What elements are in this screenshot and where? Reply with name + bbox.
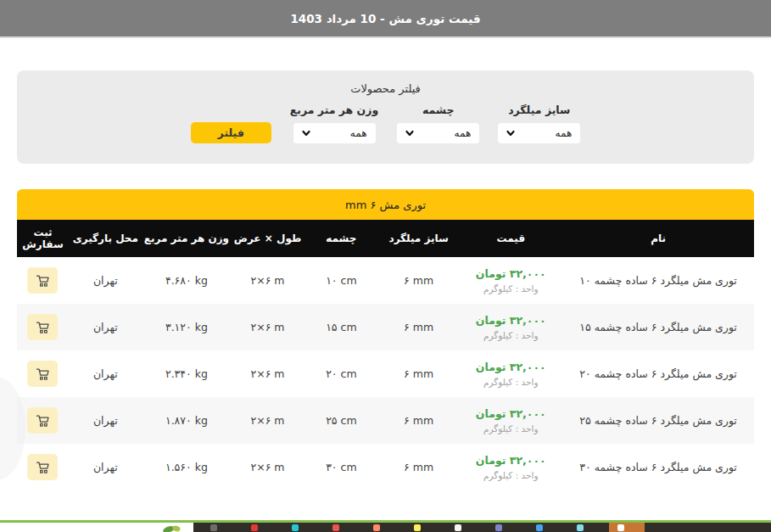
footer-app-icon	[210, 524, 217, 531]
footer-strip	[0, 520, 771, 532]
filter-button[interactable]: فیلتر	[191, 122, 271, 143]
filter-panel-title: فیلتر محصولات	[17, 82, 754, 95]
page: قیمت توری مش - 10 مرداد 1403 فیلتر محصول…	[0, 0, 771, 532]
mesh-selected-value: همه	[455, 127, 472, 139]
table-row: توری مش میلگرد ۶ ساده چشمه ۱۵ ۳۲,۰۰۰ توم…	[17, 304, 754, 350]
footer-app-icon	[455, 524, 461, 531]
shopping-cart-icon	[36, 274, 50, 288]
weight-value: ۴.۶۸۰ kg	[165, 274, 208, 287]
product-name: توری مش میلگرد ۶ ساده چشمه ۱۰	[579, 274, 737, 287]
location-value: تهران	[93, 367, 118, 380]
col-header-name: نام	[562, 232, 754, 244]
filter-field-mesh: چشمه همه	[397, 104, 479, 143]
shopping-cart-icon	[36, 321, 50, 334]
shopping-cart-icon	[36, 367, 50, 381]
weight-select[interactable]: همه	[293, 123, 376, 143]
rebar-size-value: ۶ mm	[404, 274, 433, 287]
mesh-label: چشمه	[422, 104, 455, 116]
table-row: توری مش میلگرد ۶ ساده چشمه ۲۵ ۳۲,۰۰۰ توم…	[17, 397, 754, 444]
product-price: ۳۲,۰۰۰ تومان	[476, 361, 546, 373]
footer-app-icon	[414, 524, 421, 531]
mesh-select[interactable]: همه	[397, 123, 479, 143]
col-header-dims: طول × عرض	[231, 232, 304, 244]
filter-field-weight: وزن هر متر مربع همه	[290, 104, 379, 143]
table-body: توری مش میلگرد ۶ ساده چشمه ۱۰ ۳۲,۰۰۰ توم…	[17, 257, 754, 490]
product-name: توری مش میلگرد ۶ ساده چشمه ۲۰	[579, 367, 737, 380]
mesh-size-value: ۱۵ cm	[326, 321, 356, 333]
rebar-size-value: ۶ mm	[404, 414, 433, 427]
location-value: تهران	[93, 461, 118, 473]
col-header-location: محل بارگیری	[69, 232, 142, 244]
footer-app-icon	[536, 524, 543, 531]
footer-app-icon	[332, 524, 339, 531]
weight-selected-value: همه	[350, 127, 367, 139]
shopping-cart-icon	[36, 414, 50, 428]
add-to-cart-button[interactable]	[27, 314, 58, 340]
location-value: تهران	[93, 414, 118, 427]
rebar-size-value: ۶ mm	[404, 461, 433, 473]
product-name: توری مش میلگرد ۶ ساده چشمه ۱۵	[579, 321, 737, 333]
table-row: توری مش میلگرد ۶ ساده چشمه ۲۰ ۳۲,۰۰۰ توم…	[17, 350, 754, 397]
mesh-size-value: ۱۰ cm	[326, 274, 356, 287]
rebar-size-selected-value: همه	[556, 127, 573, 139]
product-price: ۳۲,۰۰۰ تومان	[476, 407, 546, 420]
shopping-cart-icon	[36, 461, 50, 474]
product-price: ۳۲,۰۰۰ تومان	[476, 267, 546, 280]
page-title-bar: قیمت توری مش - 10 مرداد 1403	[0, 0, 771, 38]
rebar-size-value: ۶ mm	[404, 321, 433, 333]
table-row: توری مش میلگرد ۶ ساده چشمه ۱۰ ۳۲,۰۰۰ توم…	[17, 257, 754, 304]
weight-value: ۱.۵۶۰ kg	[165, 461, 208, 473]
add-to-cart-button[interactable]	[27, 407, 58, 434]
dimensions-value: ۲×۶ m	[250, 414, 284, 427]
footer-app-icon	[617, 524, 624, 531]
rebar-size-select[interactable]: همه	[498, 123, 580, 143]
weight-value: ۲.۳۴۰ kg	[165, 367, 208, 380]
product-name: توری مش میلگرد ۶ ساده چشمه ۲۵	[579, 414, 737, 427]
chevron-down-icon	[506, 129, 515, 137]
product-name: توری مش میلگرد ۶ ساده چشمه ۳۰	[579, 461, 737, 473]
footer-app-icon	[577, 524, 584, 531]
col-header-size: سایز میلگرد	[378, 232, 460, 244]
col-header-weight: وزن هر متر مربع	[142, 232, 231, 244]
mesh-size-value: ۲۰ cm	[326, 367, 356, 380]
weight-value: ۱.۸۷۰ kg	[165, 414, 208, 427]
footer-app-icons	[210, 524, 624, 531]
leaf-logo-icon	[153, 523, 193, 532]
footer-app-icon	[251, 524, 258, 531]
mesh-size-value: ۳۰ cm	[326, 461, 356, 473]
footer-app-icon	[373, 524, 380, 531]
rebar-size-label: سایز میلگرد	[508, 104, 570, 116]
location-value: تهران	[93, 321, 118, 333]
price-unit: واحد : کیلوگرم	[483, 423, 539, 434]
dimensions-value: ۲×۶ m	[250, 321, 284, 333]
filter-panel: فیلتر محصولات سایز میلگرد همه چشمه همه و…	[17, 70, 754, 164]
product-table: توری مش ۶ mm نام قیمت سایز میلگرد چشمه ط…	[17, 189, 754, 490]
add-to-cart-button[interactable]	[27, 361, 58, 387]
filter-controls-row: سایز میلگرد همه چشمه همه وزن هر متر مربع…	[17, 104, 754, 143]
mesh-size-value: ۲۵ cm	[326, 414, 356, 427]
table-banner: توری مش ۶ mm	[17, 189, 754, 220]
col-header-price: قیمت	[459, 232, 562, 244]
add-to-cart-button[interactable]	[27, 267, 58, 294]
table-row: توری مش میلگرد ۶ ساده چشمه ۳۰ ۳۲,۰۰۰ توم…	[17, 444, 754, 490]
dimensions-value: ۲×۶ m	[250, 274, 284, 287]
weight-value: ۳.۱۲۰ kg	[165, 321, 208, 333]
table-header-row: نام قیمت سایز میلگرد چشمه طول × عرض وزن …	[17, 220, 754, 257]
dimensions-value: ۲×۶ m	[250, 461, 284, 473]
product-price: ۳۲,۰۰۰ تومان	[476, 314, 546, 327]
add-to-cart-button[interactable]	[27, 454, 58, 480]
product-price: ۳۲,۰۰۰ تومان	[476, 454, 546, 467]
price-unit: واحد : کیلوگرم	[483, 377, 539, 387]
weight-label: وزن هر متر مربع	[290, 104, 379, 116]
filter-field-rebar-size: سایز میلگرد همه	[498, 104, 580, 143]
chevron-down-icon	[302, 129, 310, 137]
chevron-down-icon	[405, 129, 414, 137]
page-title: قیمت توری مش - 10 مرداد 1403	[290, 12, 480, 25]
price-unit: واحد : کیلوگرم	[483, 470, 539, 480]
dimensions-value: ۲×۶ m	[250, 367, 284, 380]
col-header-mesh: چشمه	[304, 232, 378, 244]
price-unit: واحد : کیلوگرم	[483, 330, 539, 340]
col-header-order: ثبت سفارش	[17, 227, 69, 250]
footer-app-icon	[292, 524, 299, 531]
location-value: تهران	[93, 274, 118, 287]
